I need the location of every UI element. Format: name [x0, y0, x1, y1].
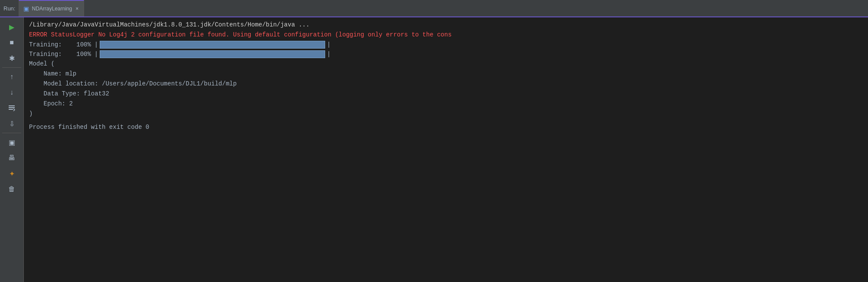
progress-bar-wrapper-1: | | — [95, 41, 331, 49]
stop-button[interactable]: ■ — [0, 35, 23, 50]
tab-ndarray[interactable]: ▣ NDArrayLearning × — [19, 0, 84, 16]
left-toolbar: ▶ ■ ✱ ↑ ↓ ⇩ ▣ 🖶 ✦ 🗑 — [0, 17, 24, 282]
progress-fill-2 — [100, 51, 325, 58]
rerun-button[interactable]: ✱ — [0, 50, 23, 66]
pipe-left-2: | — [95, 51, 98, 58]
main-layout: ▶ ■ ✱ ↑ ↓ ⇩ ▣ 🖶 ✦ 🗑 /Library/Java/JavaVi… — [0, 17, 868, 282]
tab-icon: ▣ — [23, 5, 29, 12]
print-button[interactable]: 🖶 — [0, 150, 23, 166]
scroll-up-button[interactable]: ↑ — [0, 69, 23, 85]
training-progress-2: Training: 100% | | — [24, 49, 868, 59]
pipe-left-1: | — [95, 41, 98, 48]
process-finished-line: Process finished with exit code 0 — [24, 122, 868, 132]
path-line: /Library/Java/JavaVirtualMachines/jdk1.8… — [24, 20, 868, 30]
training-progress-1: Training: 100% | | — [24, 40, 868, 49]
progress-bar-1 — [100, 41, 325, 49]
svg-rect-2 — [9, 109, 13, 110]
epoch-line: Epoch: 2 — [24, 99, 868, 109]
name-line: Name: mlp — [24, 69, 868, 79]
delete-button[interactable]: 🗑 — [0, 181, 23, 197]
run-label: Run: — [3, 5, 15, 12]
svg-rect-0 — [9, 105, 15, 106]
scroll-down-button[interactable]: ↓ — [0, 85, 23, 100]
progress-fill-1 — [100, 41, 325, 48]
training1-label: Training: 100% — [29, 41, 91, 48]
pin-button[interactable]: ✦ — [0, 166, 23, 181]
toolbar-divider-1 — [2, 67, 21, 68]
svg-rect-1 — [9, 107, 15, 108]
tab-close-button[interactable]: × — [75, 6, 79, 12]
toolbar-divider-2 — [2, 133, 21, 133]
error-line: ERROR StatusLogger No Log4j 2 configurat… — [24, 30, 868, 40]
wrap-button[interactable] — [0, 100, 23, 116]
pipe-right-2: | — [327, 51, 330, 58]
run-button[interactable]: ▶ — [0, 19, 23, 35]
datatype-line: Data Type: float32 — [24, 89, 868, 99]
pipe-right-1: | — [327, 41, 330, 48]
progress-bar-wrapper-2: | | — [95, 50, 331, 58]
model-close-line: ) — [24, 109, 868, 119]
tab-bar: Run: ▣ NDArrayLearning × — [0, 0, 868, 17]
training2-label: Training: 100% — [29, 51, 91, 58]
compact-button[interactable]: ⇩ — [0, 116, 23, 131]
location-line: Model location: /Users/apple/Documents/D… — [24, 79, 868, 89]
model-open-line: Model ( — [24, 59, 868, 69]
console-area[interactable]: /Library/Java/JavaVirtualMachines/jdk1.8… — [24, 17, 868, 282]
empty-line — [24, 119, 868, 122]
progress-bar-2 — [100, 50, 325, 58]
tab-name: NDArrayLearning — [32, 6, 72, 12]
screen-button[interactable]: ▣ — [0, 134, 23, 150]
